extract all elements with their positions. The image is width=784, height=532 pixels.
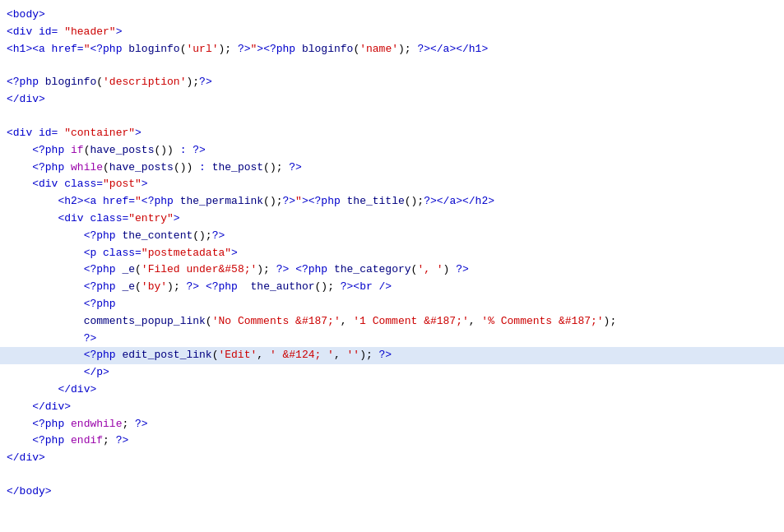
code-line-10: <?php while(have_posts()) : the_post(); … xyxy=(0,160,784,177)
php-colon: : xyxy=(193,160,211,177)
php-punct: ; xyxy=(122,416,128,433)
php-keyword: while xyxy=(71,160,103,177)
php-open: <?php xyxy=(84,228,123,245)
code-line-24: </div> xyxy=(0,399,784,416)
php-close: ?> xyxy=(373,347,392,364)
php-func: _e xyxy=(122,261,135,279)
php-punct: ( xyxy=(96,74,103,91)
code-line-15: <p class="postmetadata"> xyxy=(0,245,784,262)
php-close: ?> xyxy=(449,261,468,279)
code-line-6: </div> xyxy=(0,91,784,109)
php-punct: ); xyxy=(398,41,411,58)
code-line-28 xyxy=(0,467,784,483)
attr-value: " xyxy=(135,193,141,210)
php-punct: ); xyxy=(219,41,232,58)
php-close: ?> xyxy=(193,142,206,160)
indent xyxy=(7,347,84,364)
php-punct: ( xyxy=(135,261,141,279)
code-line-2: <div id= "header"> xyxy=(0,24,784,41)
code-editor: <body> <div id= "header"> <h1><a href="<… xyxy=(0,0,784,532)
code-line-16: <?php _e('Filed under&#58;'); ?> <?php t… xyxy=(0,261,784,279)
php-open: <?php xyxy=(32,416,71,433)
php-punct: (); xyxy=(263,193,282,210)
html-tag: </div> xyxy=(32,399,71,416)
indent xyxy=(7,416,32,433)
php-punct: (); xyxy=(263,160,282,177)
code-line-5: <?php bloginfo('description');?> xyxy=(0,74,784,91)
php-punct: ( xyxy=(353,41,360,58)
php-open: <?php xyxy=(206,279,244,296)
indent xyxy=(7,313,84,331)
php-open: <?php xyxy=(90,41,128,58)
php-func: the_permalink xyxy=(180,193,263,210)
php-close: ?> xyxy=(270,261,289,279)
code-line-29: </body> xyxy=(0,483,784,501)
code-line-26: <?php endif; ?> xyxy=(0,433,784,450)
php-func: bloginfo xyxy=(45,74,96,91)
indent xyxy=(7,382,58,399)
php-open: <?php xyxy=(84,347,123,364)
php-string: 'name' xyxy=(360,41,398,58)
code-line-14: <?php the_content();?> xyxy=(0,228,784,245)
code-line-1: <body> xyxy=(0,7,784,24)
php-punct: (); xyxy=(405,193,424,210)
php-string: ' &#124; ' xyxy=(270,347,334,364)
html-tag: > xyxy=(302,193,308,210)
php-func: _e xyxy=(122,279,135,296)
indent xyxy=(7,279,84,296)
indent xyxy=(7,261,84,279)
php-close: ?> xyxy=(180,279,199,296)
html-tag: > xyxy=(116,24,123,41)
indent xyxy=(7,245,84,262)
php-string: 'Filed under&#58;' xyxy=(141,261,257,279)
attr-value: " xyxy=(84,41,90,58)
php-punct: ( xyxy=(180,41,187,58)
indent xyxy=(7,228,84,245)
attr-value: "entry" xyxy=(128,210,174,228)
php-func: comments_popup_link xyxy=(84,313,206,331)
space xyxy=(289,261,295,279)
indent xyxy=(7,296,84,313)
code-line-25: <?php endwhile; ?> xyxy=(0,416,784,433)
comma: , xyxy=(469,313,482,331)
php-open: <?php xyxy=(308,193,347,210)
space2 xyxy=(244,279,251,296)
html-tag: > xyxy=(135,125,141,142)
php-keyword: : xyxy=(174,142,193,160)
code-line-8: <div id= "container"> xyxy=(0,125,784,142)
html-tag: > xyxy=(174,210,180,228)
attr-value: "postmetadata" xyxy=(141,245,231,262)
php-close: ?> xyxy=(424,193,437,210)
code-line-20: ?> xyxy=(0,331,784,348)
html-tag: </body> xyxy=(7,483,52,501)
php-string: '% Comments &#187;' xyxy=(481,313,603,331)
php-close: ?> xyxy=(283,160,302,177)
php-string: 'No Comments &#187;' xyxy=(212,313,341,331)
php-punct: ( xyxy=(411,261,418,279)
html-tag: <p class= xyxy=(84,245,141,262)
php-punct: ; xyxy=(103,433,109,450)
php-close: ?> xyxy=(212,228,225,245)
code-line-11: <div class="post"> xyxy=(0,176,784,193)
php-keyword: if xyxy=(71,142,84,160)
html-tag: <div class= xyxy=(58,210,128,228)
php-punct: ) xyxy=(443,261,450,279)
code-line-18: <?php xyxy=(0,296,784,313)
html-tag: <div id= xyxy=(7,125,64,142)
php-func: have_posts xyxy=(90,142,154,160)
php-close: ?> xyxy=(283,193,296,210)
php-func: the_author xyxy=(251,279,315,296)
php-open: <?php xyxy=(32,142,71,160)
php-close: ?> xyxy=(199,74,212,91)
html-tag: <br /> xyxy=(353,279,392,296)
html-tag: > xyxy=(257,41,263,58)
indent xyxy=(7,160,32,177)
php-close: ?> xyxy=(84,331,97,348)
php-punct: ); xyxy=(167,279,180,296)
attr-value: " xyxy=(295,193,302,210)
comma: , xyxy=(334,347,347,364)
php-string: 'by' xyxy=(141,279,167,296)
code-line-4 xyxy=(0,58,784,74)
comma: , xyxy=(257,347,270,364)
php-open: <?php xyxy=(295,261,334,279)
